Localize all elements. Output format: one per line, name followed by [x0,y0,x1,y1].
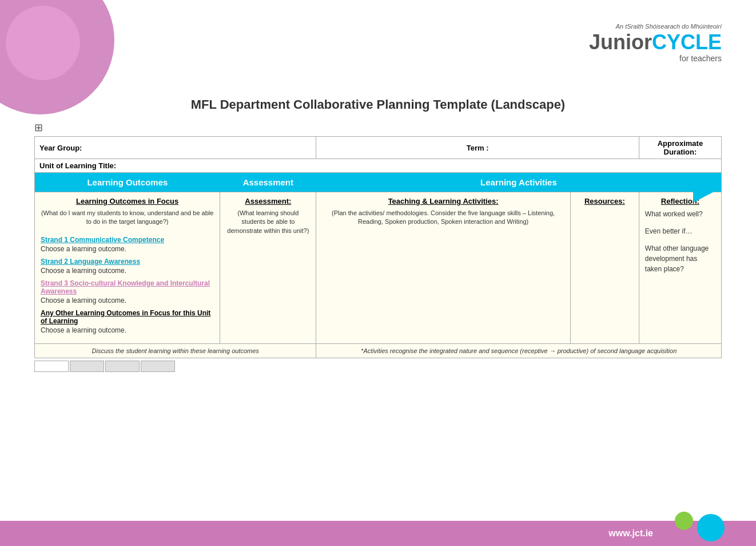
assessment-header-cell: Assessment [220,173,316,192]
activities-column: Teaching & Learning Activities: (Plan th… [316,192,570,344]
strand2-label[interactable]: Strand 2 Language Awareness [41,258,140,266]
strand3-choose: Choose a learning outcome. [41,296,214,304]
reflection-line1: What worked well? [645,209,715,219]
footer-right: *Activities recognise the integrated nat… [316,343,722,358]
decorative-circle-small [6,6,80,80]
arrow-header-row: Learning Outcomes Assessment Learning Ac… [35,173,722,192]
outcomes-col-header: Learning Outcomes in Focus [41,197,214,205]
strand1-label[interactable]: Strand 1 Communicative Competence [41,236,164,244]
strand2-link[interactable]: Strand 2 Language Awareness [41,258,214,266]
strand1-choose: Choose a learning outcome. [41,245,214,253]
strand2-choose: Choose a learning outcome. [41,267,214,275]
info-row-2: Unit of Learning Title: [35,159,722,173]
year-group-label: Year Group: [39,144,82,152]
logo-for-teachers: for teachers [589,54,722,63]
tab-strip [34,361,722,372]
add-icon[interactable]: ⊞ [34,121,722,134]
tab-1[interactable] [70,361,104,372]
logo-cycle: CYCLE [652,30,722,54]
arrow-decoration [693,173,722,203]
bottom-green-circle [675,512,693,530]
info-row-1: Year Group: Term : Approximate Duration: [35,137,722,159]
tab-active[interactable] [34,361,69,372]
tab-3[interactable] [141,361,175,372]
unit-cell: Unit of Learning Title: [35,159,722,173]
bottom-strip: www.jct.ie [0,521,756,546]
header: An tSraith Shóisearach do Mhúinteoirí Ju… [0,0,756,92]
term-cell: Term : [316,137,639,159]
strand3-link[interactable]: Strand 3 Socio-cultural Knowledge and In… [41,279,214,295]
logo-subtitle: An tSraith Shóisearach do Mhúinteoirí [589,23,722,30]
logo-text: JuniorCYCLE [589,32,722,53]
duration-label: Approximate Duration: [658,139,703,156]
other-outcomes: Any Other Learning Outcomes in Focus for… [41,309,214,325]
logo-junior: Junior [589,30,652,54]
footer-left: Discuss the student learning within thes… [35,343,316,358]
strand1-link[interactable]: Strand 1 Communicative Competence [41,236,214,244]
other-label: Any Other Learning Outcomes in Focus for… [41,309,210,325]
table-container: ⊞ Year Group: Term : Approximate Duratio… [34,121,722,372]
tab-2[interactable] [105,361,140,372]
reflection-line2: Even better if… [645,226,715,236]
logo-area: An tSraith Shóisearach do Mhúinteoirí Ju… [589,23,722,63]
outcomes-column: Learning Outcomes in Focus (What do I wa… [35,192,220,344]
duration-cell: Approximate Duration: [639,137,721,159]
reflection-line3: What other language development has take… [645,243,715,274]
outcomes-col-subtext: (What do I want my students to know, und… [41,209,214,227]
year-group-cell: Year Group: [35,137,316,159]
resources-column: Resources: [570,192,639,344]
page-title: MFL Department Collaborative Planning Te… [0,97,756,112]
unit-label: Unit of Learning Title: [39,161,116,170]
activities-col-header: Teaching & Learning Activities: [322,197,564,205]
activities-col-subtext: (Plan the activities/ methodologies. Con… [322,209,564,227]
bottom-cyan-circle [697,514,725,541]
outcomes-header-cell: Learning Outcomes [35,173,220,192]
content-row: Learning Outcomes in Focus (What do I wa… [35,192,722,344]
term-label: Term : [467,144,489,152]
assessment-column: Assessment: (What learning should studen… [220,192,316,344]
assessment-col-header: Assessment: [226,197,310,205]
main-table: Year Group: Term : Approximate Duration:… [34,136,722,358]
strand3-label[interactable]: Strand 3 Socio-cultural Knowledge and In… [41,279,210,295]
resources-col-header: Resources: [576,197,633,205]
footer-row: Discuss the student learning within thes… [35,343,722,358]
other-choose: Choose a learning outcome. [41,326,214,334]
activities-header-cell: Learning Activities [316,173,722,192]
reflection-column: Reflection: What worked well? Even bette… [639,192,721,344]
assessment-col-subtext: (What learning should students be able t… [226,209,310,235]
bottom-url: www.jct.ie [608,528,653,539]
